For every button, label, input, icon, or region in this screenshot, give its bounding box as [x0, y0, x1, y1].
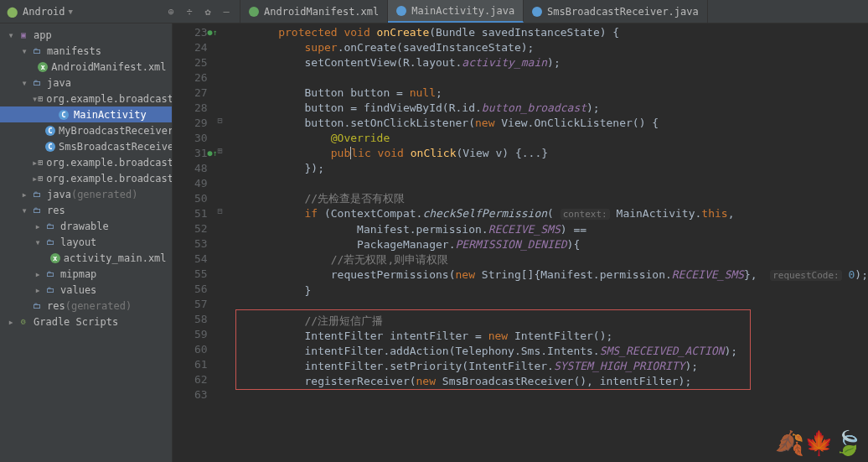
file-icon — [532, 7, 542, 17]
tab-label: MainActivity.java — [411, 5, 514, 17]
expand-arrow-icon[interactable]: ▸ — [32, 268, 44, 280]
code-line-55[interactable]: requestPermissions(new String[]{Manifest… — [226, 267, 868, 283]
tree-label: drawable — [60, 221, 109, 232]
code-line-28[interactable]: button = findViewById(R.id.button_broadc… — [226, 101, 868, 116]
code-line-53[interactable]: PackageManager.PERMISSION_DENIED){ — [226, 237, 868, 252]
code-line-26[interactable] — [226, 70, 868, 86]
code-line-31[interactable]: public void onClick(View v) {...} — [226, 146, 868, 161]
tree-suffix: (generated) — [65, 300, 132, 312]
tree-node-org-example-broadcast[interactable]: ▸⊞org.example.broadcast (androidTest) — [0, 154, 172, 170]
code-line-29[interactable]: button.setOnClickListener(new View.OnCli… — [226, 116, 868, 131]
tab-smsbroadcastreceiver-java[interactable]: SmsBroadcastReceiver.java — [524, 0, 708, 23]
fold-gutter[interactable]: ⊟⊞⊟ — [214, 23, 226, 462]
tree-node-org-example-broadcast[interactable]: ▸⊞org.example.broadcast (test) — [0, 170, 172, 186]
project-toolbar: ⬤ Android ▼ ⊕ ÷ ✿ — — [0, 0, 240, 23]
tree-label: app — [34, 29, 52, 41]
code-line-23[interactable]: protected void onCreate(Bundle savedInst… — [226, 25, 868, 40]
tree-node-drawable[interactable]: ▸🗀drawable — [0, 218, 172, 234]
expand-arrow-icon[interactable]: ▾ — [18, 205, 30, 216]
code-line-54[interactable]: //若无权限,则申请权限 — [226, 252, 868, 267]
code-line-27[interactable]: Button button = null; — [226, 86, 868, 101]
code-line-52[interactable]: Manifest.permission.RECEIVE_SMS) == — [226, 222, 868, 237]
tree-node-activity_main-xml[interactable]: xactivity_main.xml — [0, 250, 172, 266]
code-line-24[interactable]: super.onCreate(savedInstanceState); — [226, 40, 868, 55]
tab-mainactivity-java[interactable]: MainActivity.java — [388, 0, 524, 23]
tree-label: org.example.broadcast — [46, 173, 172, 184]
divide-icon[interactable]: ÷ — [183, 5, 196, 18]
tree-label: java — [47, 189, 71, 200]
tree-node-res[interactable]: ▾🗀res — [0, 202, 172, 218]
tree-label: res — [47, 205, 65, 216]
collapse-icon[interactable]: — — [220, 5, 233, 18]
tree-label: SmsBroadcastReceiver — [59, 141, 173, 153]
project-view-label: Android — [23, 6, 65, 18]
target-icon[interactable]: ⊕ — [164, 5, 178, 18]
decoration-stickers: 🍂🍁🍃 — [775, 429, 863, 457]
dropdown-icon: ▼ — [69, 8, 73, 16]
expand-arrow-icon[interactable]: ▸ — [32, 221, 44, 232]
tree-label: values — [60, 284, 96, 296]
tree-node-org-example-broadcast[interactable]: ▾⊞org.example.broadcast — [0, 91, 172, 106]
line-gutter: 23●↑2425262728293031●↑484950515253545556… — [173, 23, 214, 462]
code-line-63[interactable] — [226, 389, 868, 404]
tree-label: org.example.broadcast — [46, 157, 172, 169]
tree-node-app[interactable]: ▾▣app — [0, 27, 172, 43]
code-line-50[interactable]: //先检查是否有权限 — [226, 191, 868, 206]
code-area[interactable]: protected void onCreate(Bundle savedInst… — [226, 23, 868, 462]
code-line-25[interactable]: setContentView(R.layout.activity_main); — [226, 55, 868, 70]
tree-node-mipmap[interactable]: ▸🗀mipmap — [0, 266, 172, 282]
tree-node-java[interactable]: ▾🗀java — [0, 75, 172, 91]
highlight-box — [235, 309, 751, 390]
project-view-selector[interactable]: Android ▼ — [23, 6, 73, 18]
tree-label: res — [47, 300, 65, 312]
tree-node-gradle-scripts[interactable]: ▸⚙Gradle Scripts — [0, 314, 172, 330]
file-icon — [396, 6, 406, 16]
tab-label: SmsBroadcastReceiver.java — [547, 6, 699, 18]
tree-label: AndroidManifest.xml — [51, 61, 166, 73]
tree-label: MyBroadcastReceiver — [59, 125, 173, 137]
expand-arrow-icon[interactable]: ▾ — [32, 93, 38, 105]
tree-label: Gradle Scripts — [34, 316, 118, 328]
top-bar: ⬤ Android ▼ ⊕ ÷ ✿ — AndroidManifest.xmlM… — [0, 0, 868, 23]
expand-arrow-icon[interactable]: ▸ — [32, 157, 38, 169]
expand-arrow-icon[interactable]: ▸ — [32, 173, 38, 184]
tree-node-values[interactable]: ▸🗀values — [0, 282, 172, 298]
tree-node-mybroadcastreceiver[interactable]: CMyBroadcastReceiver — [0, 122, 172, 138]
tree-node-layout[interactable]: ▾🗀layout — [0, 234, 172, 250]
android-logo-icon: ⬤ — [7, 6, 18, 18]
tree-node-smsbroadcastreceiver[interactable]: CSmsBroadcastReceiver — [0, 138, 172, 154]
tree-node-mainactivity[interactable]: CMainActivity — [0, 106, 172, 122]
tree-node-androidmanifest-xml[interactable]: xAndroidManifest.xml — [0, 59, 172, 75]
tab-label: AndroidManifest.xml — [264, 6, 379, 18]
tree-node-manifests[interactable]: ▾🗀manifests — [0, 43, 172, 59]
code-line-56[interactable]: } — [226, 283, 868, 298]
tree-label: MainActivity — [74, 109, 147, 121]
expand-arrow-icon[interactable]: ▸ — [18, 189, 30, 200]
code-line-49[interactable] — [226, 176, 868, 191]
tree-label: activity_main.xml — [64, 252, 167, 264]
tree-suffix: (generated) — [71, 189, 137, 200]
expand-arrow-icon[interactable]: ▸ — [5, 316, 17, 328]
tree-label: org.example.broadcast — [46, 93, 172, 105]
tree-node-java[interactable]: ▸🗀java (generated) — [0, 186, 172, 202]
code-editor[interactable]: 23●↑2425262728293031●↑484950515253545556… — [173, 23, 868, 462]
tree-label: java — [47, 77, 71, 89]
tree-label: layout — [60, 236, 96, 248]
expand-arrow-icon[interactable]: ▾ — [5, 29, 17, 41]
tree-label: manifests — [47, 45, 101, 57]
expand-arrow-icon[interactable]: ▾ — [18, 77, 30, 89]
tree-node-res[interactable]: 🗀res (generated) — [0, 298, 172, 314]
code-line-51[interactable]: if (ContextCompat.checkSelfPermission( c… — [226, 206, 868, 222]
main-area: ▾▣app▾🗀manifestsxAndroidManifest.xml▾🗀ja… — [0, 23, 868, 462]
editor-tabs: AndroidManifest.xmlMainActivity.javaSmsB… — [240, 0, 708, 23]
file-icon — [249, 7, 259, 17]
code-line-30[interactable]: @Override — [226, 131, 868, 146]
expand-arrow-icon[interactable]: ▸ — [32, 284, 44, 296]
code-line-48[interactable]: }); — [226, 161, 868, 176]
project-tree[interactable]: ▾▣app▾🗀manifestsxAndroidManifest.xml▾🗀ja… — [0, 23, 173, 462]
expand-arrow-icon[interactable]: ▾ — [18, 45, 30, 57]
tree-label: mipmap — [60, 268, 96, 280]
tab-androidmanifest-xml[interactable]: AndroidManifest.xml — [240, 0, 388, 23]
expand-arrow-icon[interactable]: ▾ — [32, 236, 44, 248]
gear-icon[interactable]: ✿ — [201, 5, 214, 18]
